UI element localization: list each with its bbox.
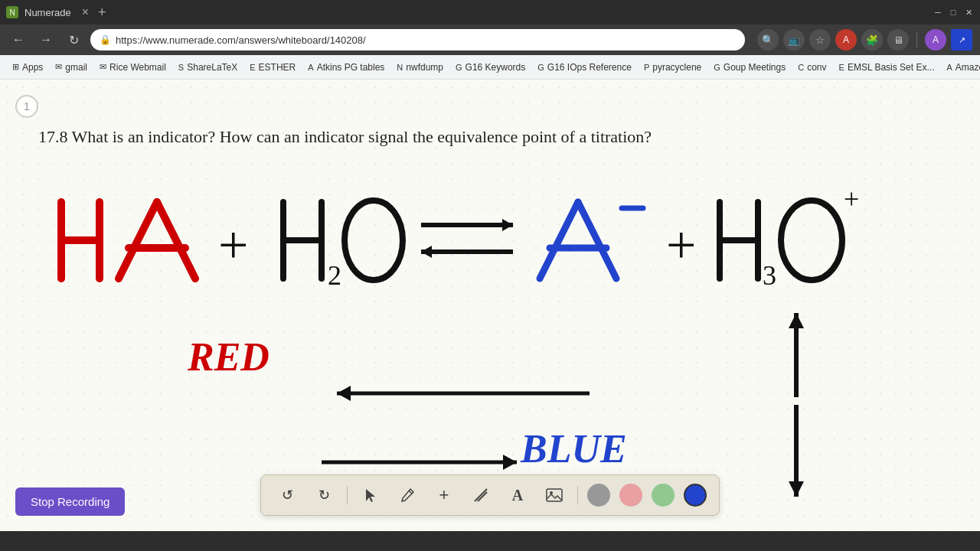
account-icon[interactable]: A (835, 29, 857, 51)
svg-text:3: 3 (763, 260, 776, 291)
bookmark-goup[interactable]: G Goup Meetings (709, 60, 790, 74)
bookmark-rice-label: Rice Webmail (109, 62, 166, 73)
svg-marker-32 (503, 455, 517, 470)
bookmark-pyracyclene-label: pyracyclene (652, 62, 701, 73)
forward-button[interactable]: → (35, 29, 57, 51)
bookmark-apps-label: Apps (22, 62, 43, 73)
minimize-btn[interactable]: ─ (933, 7, 943, 18)
tab-close-btn[interactable]: × (82, 5, 89, 19)
svg-line-17 (578, 202, 616, 279)
svg-rect-41 (547, 489, 562, 501)
svg-text:+: + (844, 184, 859, 214)
bookmark-atkins[interactable]: A Atkins PG tables (303, 60, 389, 74)
bookmark-g16kw-label: G16 Keywords (466, 62, 526, 73)
sharelatex-icon: S (178, 63, 184, 72)
bookmark-apps[interactable]: ⊞ Apps (8, 60, 47, 74)
bookmark-esther-label: ESTHER (259, 62, 296, 73)
svg-point-25 (781, 201, 842, 280)
bookmark-sharelatex[interactable]: S ShareLaTeX (174, 60, 242, 74)
stop-recording-button[interactable]: Stop Recording (15, 487, 125, 516)
window-controls: ─ □ ✕ (933, 7, 974, 18)
bookmark-atkins-label: Atkins PG tables (317, 62, 385, 73)
svg-line-3 (119, 202, 157, 279)
address-bar: ← → ↻ 🔒 https://www.numerade.com/answers… (0, 24, 980, 55)
bookmark-g16keywords[interactable]: G G16 Keywords (451, 60, 530, 74)
whiteboard[interactable]: 1 17.8 What is an indicator? How can an … (0, 80, 980, 531)
pyracyclene-icon: P (644, 63, 649, 72)
svg-marker-13 (502, 219, 513, 231)
bookmark-emsl[interactable]: E EMSL Basis Set Ex... (835, 60, 939, 74)
svg-line-4 (157, 202, 195, 279)
star-icon[interactable]: ☆ (809, 29, 831, 51)
goup-icon: G (714, 63, 720, 72)
close-btn[interactable]: ✕ (963, 7, 974, 18)
bookmark-amazon-label: Amazon (956, 62, 980, 73)
page-number: 1 (15, 95, 38, 118)
svg-text:+: + (666, 216, 696, 275)
g16kw-icon: G (456, 63, 462, 72)
conv-icon: C (798, 63, 804, 72)
bookmark-gmail-label: gmail (65, 62, 87, 73)
cast-icon[interactable]: 📺 (783, 29, 805, 51)
bookmark-esther[interactable]: E ESTHER (245, 60, 300, 74)
color-green[interactable] (652, 484, 675, 507)
bookmark-conv[interactable]: C conv (793, 60, 831, 74)
pen-icon (400, 487, 415, 503)
search-icon[interactable]: 🔍 (757, 29, 779, 51)
url-text: https://www.numerade.com/answers/whitebo… (116, 34, 366, 46)
url-bar[interactable]: 🔒 https://www.numerade.com/answers/white… (90, 29, 745, 51)
select-tool[interactable] (357, 481, 384, 509)
toolbar-separator-1 (347, 486, 348, 504)
nwfdump-icon: N (397, 63, 403, 72)
back-button[interactable]: ← (8, 29, 29, 51)
svg-marker-36 (789, 481, 804, 497)
drawing-toolbar: ↺ ↻ + A (260, 474, 720, 516)
extensions-icon[interactable]: 🧩 (861, 29, 883, 51)
rice-icon: ✉ (100, 62, 106, 72)
question-text: 17.8 What is an indicator? How can an in… (38, 126, 942, 149)
amazon-icon: A (946, 63, 952, 72)
toolbar-separator-2 (577, 486, 578, 504)
redo-button[interactable]: ↻ (310, 481, 338, 509)
lock-icon: 🔒 (100, 34, 111, 45)
emsl-icon: E (839, 63, 844, 72)
bookmark-g16iops[interactable]: G G16 IOps Reference (533, 60, 636, 74)
color-blue[interactable] (684, 484, 707, 507)
bookmark-emsl-label: EMSL Basis Set Ex... (848, 62, 935, 73)
maximize-btn[interactable]: □ (948, 7, 959, 18)
pen-tool[interactable] (394, 481, 421, 509)
color-gray[interactable] (587, 484, 610, 507)
color-pink[interactable] (619, 484, 642, 507)
page-content: 1 17.8 What is an indicator? How can an … (0, 80, 980, 531)
extension-puzzle-icon[interactable]: ↗ (951, 29, 972, 51)
cursor-icon (363, 487, 378, 503)
refresh-button[interactable]: ↻ (63, 29, 84, 51)
svg-marker-15 (421, 246, 432, 258)
svg-marker-34 (789, 313, 804, 328)
screen-icon[interactable]: 🖥 (887, 29, 909, 51)
atkins-icon: A (308, 63, 313, 72)
profile-icon[interactable]: A (925, 29, 946, 51)
image-tool[interactable] (541, 481, 568, 509)
bookmark-gmail[interactable]: ✉ gmail (51, 60, 92, 74)
new-tab-btn[interactable]: + (98, 5, 106, 21)
svg-point-11 (345, 201, 403, 280)
svg-line-38 (409, 491, 412, 494)
browser-window: N Numerade × + ─ □ ✕ ← → ↻ 🔒 https://www… (0, 0, 980, 531)
apps-icon: ⊞ (12, 62, 19, 72)
image-icon (546, 488, 563, 502)
tab-favicon: N (6, 6, 18, 18)
browser-actions: 🔍 📺 ☆ A 🧩 🖥 A ↗ (757, 29, 972, 51)
eraser-tool[interactable] (467, 481, 495, 509)
bookmark-nwfdump[interactable]: N nwfdump (392, 60, 448, 74)
bookmark-g16iops-label: G16 IOps Reference (547, 62, 632, 73)
svg-marker-37 (366, 489, 375, 502)
bookmark-pyracyclene[interactable]: P pyracyclene (639, 60, 706, 74)
bookmark-goup-label: Goup Meetings (724, 62, 786, 73)
add-tool[interactable]: + (430, 481, 458, 509)
svg-line-39 (475, 489, 487, 501)
undo-button[interactable]: ↺ (273, 481, 301, 509)
bookmark-rice-webmail[interactable]: ✉ Rice Webmail (95, 60, 171, 74)
bookmark-amazon[interactable]: A Amazon (942, 60, 980, 74)
text-tool[interactable]: A (504, 481, 531, 509)
